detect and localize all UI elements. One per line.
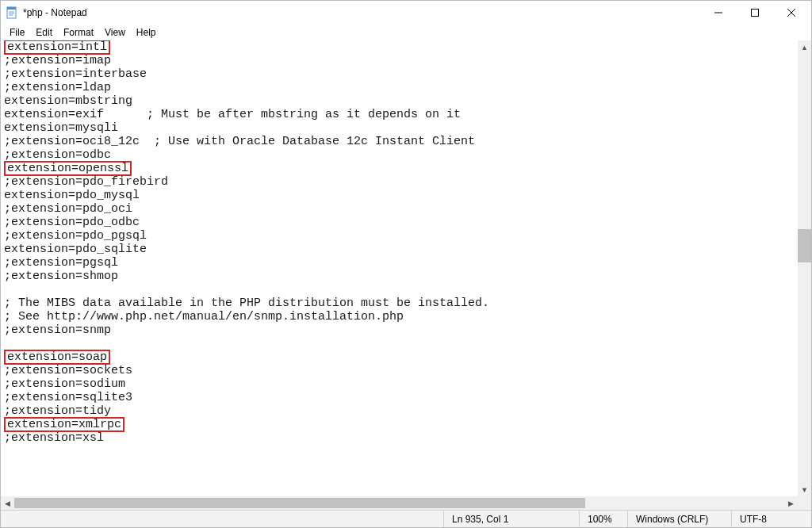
text-line: extension=pdo_mysql xyxy=(4,189,811,202)
svg-rect-6 xyxy=(752,10,759,17)
scroll-left-icon[interactable]: ◀ xyxy=(1,496,14,510)
editor-area: extension=intl;extension=imap;extension=… xyxy=(1,40,811,496)
horizontal-scrollbar-row: ◀ ▶ xyxy=(1,496,811,510)
highlighted-text: extension=xmlrpc xyxy=(4,417,124,432)
text-line: extension=pdo_sqlite xyxy=(4,243,811,256)
text-line: ;extension=sockets xyxy=(4,364,811,377)
menu-view[interactable]: View xyxy=(99,26,131,39)
text-line: ;extension=pdo_odbc xyxy=(4,216,811,229)
scroll-right-icon[interactable]: ▶ xyxy=(784,496,798,510)
vertical-scroll-thumb[interactable] xyxy=(798,229,811,262)
text-line: ;extension=oci8_12c ; Use with Oracle Da… xyxy=(4,135,811,148)
notepad-icon xyxy=(6,6,18,19)
highlighted-text: extension=soap xyxy=(4,350,110,365)
text-line: ;extension=sqlite3 xyxy=(4,391,811,404)
text-line: extension=openssl xyxy=(4,162,811,175)
scroll-down-icon[interactable]: ▼ xyxy=(798,483,811,496)
text-line: ;extension=odbc xyxy=(4,148,811,162)
text-line: extension=mysqli xyxy=(4,121,811,135)
text-line: ;extension=pdo_firebird xyxy=(4,175,811,189)
minimize-button[interactable] xyxy=(700,1,737,25)
text-line: ;extension=interbase xyxy=(4,67,811,81)
status-position: Ln 935, Col 1 xyxy=(444,511,579,527)
text-line xyxy=(4,337,811,350)
text-line: ;extension=snmp xyxy=(4,323,811,337)
statusbar: Ln 935, Col 1 100% Windows (CRLF) UTF-8 xyxy=(1,510,811,527)
titlebar[interactable]: *php - Notepad xyxy=(1,1,811,25)
notepad-window: *php - Notepad File Edit Format View Hel… xyxy=(0,0,812,528)
text-line: ;extension=pdo_oci xyxy=(4,202,811,216)
horizontal-scroll-thumb[interactable] xyxy=(14,498,585,508)
text-editor[interactable]: extension=intl;extension=imap;extension=… xyxy=(1,40,811,496)
text-line: ;extension=sodium xyxy=(4,377,811,391)
text-line: ;extension=shmop xyxy=(4,270,811,283)
scroll-up-icon[interactable]: ▲ xyxy=(798,40,811,54)
maximize-button[interactable] xyxy=(737,1,773,25)
close-button[interactable] xyxy=(773,1,810,25)
text-line xyxy=(4,283,811,297)
status-encoding: UTF-8 xyxy=(732,511,811,527)
text-line: extension=intl xyxy=(4,40,811,54)
resize-grip[interactable] xyxy=(798,496,811,510)
text-line: ;extension=xsl xyxy=(4,431,811,445)
svg-rect-1 xyxy=(7,7,16,10)
text-line: ;extension=ldap xyxy=(4,81,811,94)
highlighted-text: extension=openssl xyxy=(4,161,132,176)
vertical-scrollbar[interactable]: ▲ ▼ xyxy=(798,40,811,496)
menu-file[interactable]: File xyxy=(4,26,30,39)
text-line: extension=xmlrpc xyxy=(4,418,811,431)
status-line-ending: Windows (CRLF) xyxy=(628,511,731,527)
horizontal-scrollbar[interactable]: ◀ ▶ xyxy=(1,496,798,510)
text-line: ;extension=pgsql xyxy=(4,256,811,270)
text-line: extension=exif ; Must be after mbstring … xyxy=(4,108,811,121)
menubar: File Edit Format View Help xyxy=(1,25,811,40)
window-title: *php - Notepad xyxy=(23,7,87,18)
status-zoom: 100% xyxy=(580,511,627,527)
highlighted-text: extension=intl xyxy=(4,40,110,55)
text-line: ;extension=imap xyxy=(4,54,811,67)
text-line: extension=mbstring xyxy=(4,94,811,108)
menu-format[interactable]: Format xyxy=(58,26,99,39)
text-line: ; The MIBS data available in the PHP dis… xyxy=(4,297,811,310)
text-line: ;extension=tidy xyxy=(4,404,811,418)
menu-edit[interactable]: Edit xyxy=(30,26,58,39)
text-line: extension=soap xyxy=(4,350,811,364)
text-line: ;extension=pdo_pgsql xyxy=(4,229,811,243)
menu-help[interactable]: Help xyxy=(131,26,162,39)
text-line: ; See http://www.php.net/manual/en/snmp.… xyxy=(4,310,811,323)
